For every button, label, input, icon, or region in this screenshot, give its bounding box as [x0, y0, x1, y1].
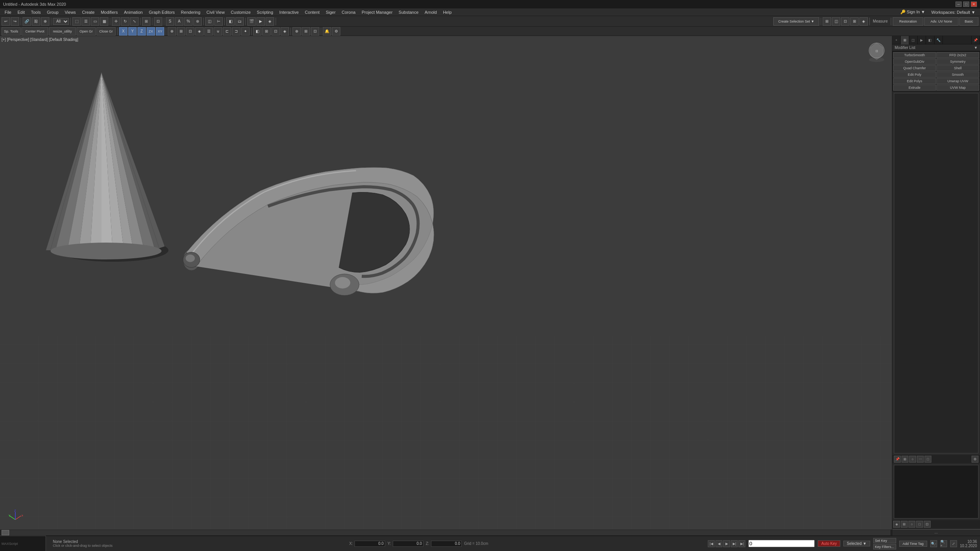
axis-z[interactable]: Z [137, 27, 146, 36]
modifier-editpolys[interactable]: Edit Polys [893, 78, 936, 84]
menu-workspaces[interactable]: Workspaces: Default ▼ [928, 9, 978, 15]
rpanel-tab-display[interactable]: ◧ [926, 36, 934, 44]
menu-arnold[interactable]: Arnold [421, 9, 440, 15]
zoom-in-button[interactable]: 🔍+ [940, 540, 947, 547]
window-crossing-button[interactable]: ▦ [100, 17, 108, 26]
scene-explorer[interactable]: 🗂 [235, 17, 244, 26]
percent-snap[interactable]: % [184, 17, 193, 26]
undo-button[interactable]: ↩ [2, 17, 10, 26]
bind-button[interactable]: ⊕ [41, 17, 49, 26]
select-button[interactable]: ⬚ [72, 17, 81, 26]
tool-14[interactable]: ⊕ [292, 27, 301, 36]
next-frame-button[interactable]: ▶| [738, 540, 745, 547]
prev-key-button[interactable]: ◀ [715, 540, 722, 547]
timeline-slider[interactable] [2, 530, 9, 535]
menu-rendering[interactable]: Rendering [178, 9, 204, 15]
tool-4[interactable]: ◈ [195, 27, 204, 36]
tool-13[interactable]: ◈ [281, 27, 289, 36]
angle-snap[interactable]: A [175, 17, 183, 26]
nav-cube[interactable]: ⊡ [865, 40, 888, 63]
stack-settings-icon[interactable]: ⚙ [972, 456, 978, 463]
spinner-snap[interactable]: ⊛ [193, 17, 202, 26]
menu-scripting[interactable]: Scripting [254, 9, 276, 15]
material-editor[interactable]: ◈ [266, 17, 274, 26]
close-button[interactable]: ✕ [971, 2, 977, 7]
mat-icon-3[interactable]: ○ [908, 521, 915, 528]
modifier-unwrapuvw[interactable]: Unwrap UVW [936, 78, 979, 84]
key-filters-button[interactable]: Key Filters... [873, 544, 896, 549]
prev-frame-button[interactable]: |◀ [708, 540, 715, 547]
menu-corona[interactable]: Corona [339, 9, 359, 15]
rect-select-button[interactable]: ▭ [91, 17, 99, 26]
maximize-viewport-button[interactable]: ⤢ [950, 540, 957, 547]
modifier-uvwmap[interactable]: UVW Map [936, 85, 979, 91]
selected-dropdown[interactable]: Selected ▼ [843, 541, 870, 546]
toolbar-extra-5[interactable]: ◈ [859, 17, 868, 26]
menu-civil-view[interactable]: Civil View [203, 9, 227, 15]
tool-7[interactable]: ⊏ [223, 27, 231, 36]
zoom-out-button[interactable]: 🔍- [930, 540, 937, 547]
center-point[interactable]: Center Pivot [21, 27, 48, 36]
tool-10[interactable]: ◧ [253, 27, 261, 36]
menu-siger[interactable]: Siger [323, 9, 339, 15]
sp-tools[interactable]: Sp. Tools [2, 27, 21, 36]
toolbar-extra-2[interactable]: ◫ [832, 17, 840, 26]
mat-icon-1[interactable]: ◈ [893, 521, 900, 528]
menu-group[interactable]: Group [44, 9, 62, 15]
mat-icon-4[interactable]: □ [916, 521, 923, 528]
stack-pin-icon[interactable]: 📌 [894, 456, 901, 463]
tool-18[interactable]: ⚙ [332, 27, 340, 36]
menu-edit[interactable]: Edit [15, 9, 28, 15]
next-key-button[interactable]: ▶| [731, 540, 738, 547]
select-link-button[interactable]: 🔗 [23, 17, 31, 26]
menu-animation[interactable]: Animation [121, 9, 146, 15]
modifier-extrude[interactable]: Extrude [893, 85, 936, 91]
axis-x[interactable]: X [119, 27, 127, 36]
rpanel-tab-hierarchy[interactable]: ◫ [909, 36, 918, 44]
viewport[interactable]: [+] [Perspective] [Standard] [Default Sh… [0, 36, 892, 536]
frame-input[interactable] [748, 540, 815, 547]
tool-11[interactable]: ⊞ [262, 27, 271, 36]
modifier-ffd[interactable]: FFD 2x2x2 [936, 52, 979, 58]
select-name-button[interactable]: ☰ [82, 17, 90, 26]
stack-dots-icon[interactable]: ⋯ [917, 456, 924, 463]
modifier-symmetry[interactable]: Symmetry [936, 59, 979, 65]
render-setup[interactable]: 🎬 [247, 17, 256, 26]
maximize-button[interactable]: □ [963, 2, 969, 7]
rpanel-tab-utilities[interactable]: 🔧 [934, 36, 943, 44]
set-key-button[interactable]: Set Key [873, 538, 896, 543]
menu-graph-editors[interactable]: Graph Editors [146, 9, 178, 15]
stack-square-icon[interactable]: □ [924, 456, 931, 463]
menu-project-manager[interactable]: Project Manager [359, 9, 396, 15]
resize-utility[interactable]: resize_utility [49, 27, 76, 36]
rpanel-pin[interactable]: 📌 [972, 36, 980, 44]
add-time-tag-button[interactable]: Add Time Tag [899, 541, 927, 547]
axis-zx[interactable]: ZX [147, 27, 155, 36]
menu-create[interactable]: Create [79, 9, 98, 15]
scale-button[interactable]: ⤡ [130, 17, 139, 26]
tool-2[interactable]: ⊞ [177, 27, 185, 36]
menu-content[interactable]: Content [302, 9, 323, 15]
mirror-button[interactable]: ◫ [205, 17, 214, 26]
redo-button[interactable]: ↪ [11, 17, 19, 26]
modifier-opensubdiv[interactable]: OpenSubDiv [893, 59, 936, 65]
ref-coord-button[interactable]: ⊞ [142, 17, 150, 26]
render-button[interactable]: ▶ [256, 17, 265, 26]
mat-icon-5[interactable]: ⊡ [924, 521, 931, 528]
timeline-bar[interactable] [2, 530, 890, 535]
modifier-stack[interactable] [894, 93, 978, 453]
menu-substance[interactable]: Substance [395, 9, 421, 15]
tool-8[interactable]: ⊐ [232, 27, 240, 36]
modifier-list-arrow[interactable]: ▼ [974, 46, 978, 50]
menu-file[interactable]: File [2, 9, 15, 15]
menu-tools[interactable]: Tools [28, 9, 44, 15]
open-group[interactable]: Open Gr [77, 27, 96, 36]
modifier-turbosmooth[interactable]: TurboSmooth [893, 52, 936, 58]
auto-key-button[interactable]: Auto Key [818, 540, 840, 547]
tool-16[interactable]: ⊡ [311, 27, 319, 36]
use-pivot-button[interactable]: ⊡ [154, 17, 162, 26]
menu-modifiers[interactable]: Modifiers [98, 9, 121, 15]
move-button[interactable]: ✛ [112, 17, 120, 26]
menu-interactive[interactable]: Interactive [276, 9, 302, 15]
axis-xy[interactable]: XY [156, 27, 164, 36]
